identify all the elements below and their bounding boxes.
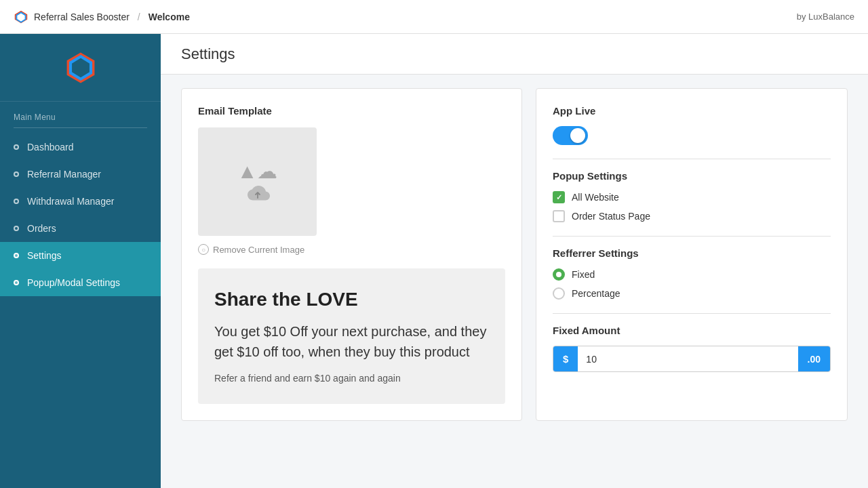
sidebar-item-dot bbox=[14, 253, 19, 258]
app-live-toggle[interactable] bbox=[553, 126, 588, 145]
referrer-percentage-radio[interactable] bbox=[553, 287, 565, 300]
content-body: Email Template ▲☁ ○ Remove Current Image… bbox=[161, 75, 868, 434]
sidebar-divider bbox=[14, 127, 147, 128]
sidebar-item-orders[interactable]: Orders bbox=[0, 215, 161, 242]
fixed-amount-suffix: .00 bbox=[798, 346, 830, 371]
email-preview: Share the LOVE You get $10 Off your next… bbox=[198, 268, 505, 404]
image-upload-area[interactable]: ▲☁ bbox=[198, 127, 317, 236]
sidebar-item-label: Dashboard bbox=[27, 142, 74, 152]
popup-settings-section: Popup Settings All Website Order Status … bbox=[553, 170, 831, 222]
sidebar-item-settings[interactable]: Settings bbox=[0, 242, 161, 269]
sidebar-item-label: Referral Manager bbox=[27, 169, 101, 180]
fixed-amount-input[interactable] bbox=[578, 346, 797, 371]
popup-order-status-row: Order Status Page bbox=[553, 210, 831, 222]
sidebar-item-referral-manager[interactable]: Referral Manager bbox=[0, 161, 161, 188]
referrer-fixed-label: Fixed bbox=[572, 269, 595, 280]
email-template-title: Email Template bbox=[198, 105, 505, 117]
sidebar-menu-label: Main Menu bbox=[0, 102, 161, 127]
sidebar-item-popup-modal-settings[interactable]: Popup/Modal Settings bbox=[0, 269, 161, 296]
sidebar: Main Menu Dashboard Referral Manager Wit… bbox=[0, 34, 161, 488]
popup-settings-title: Popup Settings bbox=[553, 170, 831, 182]
fixed-amount-input-group: $ .00 bbox=[553, 346, 831, 372]
popup-order-status-label: Order Status Page bbox=[572, 211, 650, 222]
brand-name: Referral Sales Booster bbox=[34, 12, 130, 22]
referrer-settings-section: Refferrer Settings Fixed Percentage bbox=[553, 247, 831, 300]
popup-order-status-checkbox[interactable] bbox=[553, 210, 565, 222]
referrer-fixed-row: Fixed bbox=[553, 268, 831, 281]
sidebar-logo-area bbox=[0, 34, 161, 102]
sidebar-item-withdrawal-manager[interactable]: Withdrawal Manager bbox=[0, 188, 161, 215]
popup-all-website-label: All Website bbox=[572, 192, 619, 203]
upload-icon: ▲☁ bbox=[237, 159, 278, 183]
fixed-amount-section: Fixed Amount $ .00 bbox=[553, 325, 831, 372]
email-preview-body: You get $10 Off your next purchase, and … bbox=[214, 321, 489, 362]
fixed-amount-title: Fixed Amount bbox=[553, 325, 831, 336]
left-card: Email Template ▲☁ ○ Remove Current Image… bbox=[181, 88, 522, 421]
referrer-fixed-radio[interactable] bbox=[553, 268, 565, 281]
breadcrumb-page: Welcome bbox=[149, 12, 190, 22]
sidebar-item-dot bbox=[14, 280, 19, 285]
sidebar-item-dot bbox=[14, 199, 19, 204]
sidebar-item-dot bbox=[14, 171, 19, 177]
email-preview-title: Share the LOVE bbox=[214, 289, 489, 310]
email-preview-footer: Refer a friend and earn $10 again and ag… bbox=[214, 373, 489, 384]
sidebar-logo-icon bbox=[64, 51, 98, 85]
referrer-percentage-row: Percentage bbox=[553, 287, 831, 300]
cloud-upload-icon bbox=[244, 183, 271, 205]
popup-all-website-checkbox[interactable] bbox=[553, 191, 565, 203]
main-layout: Main Menu Dashboard Referral Manager Wit… bbox=[0, 34, 868, 488]
brand-logo-icon bbox=[14, 9, 28, 24]
app-live-section: App Live bbox=[553, 105, 831, 145]
divider-1 bbox=[553, 159, 831, 159]
sidebar-item-label: Popup/Modal Settings bbox=[27, 277, 120, 288]
referrer-percentage-label: Percentage bbox=[572, 288, 620, 299]
fixed-amount-prefix: $ bbox=[553, 346, 578, 371]
sidebar-item-label: Withdrawal Manager bbox=[27, 196, 114, 207]
divider-2 bbox=[553, 236, 831, 237]
remove-icon: ○ bbox=[198, 244, 209, 255]
sidebar-item-dot bbox=[14, 144, 19, 150]
referrer-settings-title: Refferrer Settings bbox=[553, 247, 831, 259]
sidebar-item-label: Orders bbox=[27, 223, 56, 234]
content-header-bar: Settings bbox=[161, 34, 868, 75]
topbar: Referral Sales Booster / Welcome by LuxB… bbox=[0, 0, 868, 34]
sidebar-item-label: Settings bbox=[27, 250, 62, 261]
remove-image-label: Remove Current Image bbox=[213, 245, 304, 255]
breadcrumb-separator: / bbox=[138, 12, 140, 22]
right-card: App Live Popup Settings All Website Orde… bbox=[536, 88, 848, 421]
page-title: Settings bbox=[181, 45, 235, 63]
divider-3 bbox=[553, 313, 831, 314]
attribution: by LuxBalance bbox=[797, 12, 854, 22]
topbar-left: Referral Sales Booster / Welcome bbox=[14, 9, 190, 24]
sidebar-item-dashboard[interactable]: Dashboard bbox=[0, 134, 161, 161]
content-area: Settings Email Template ▲☁ ○ Remove Curr… bbox=[161, 34, 868, 488]
app-live-title: App Live bbox=[553, 105, 831, 117]
popup-all-website-row: All Website bbox=[553, 191, 831, 203]
remove-image-button[interactable]: ○ Remove Current Image bbox=[198, 244, 505, 255]
sidebar-item-dot bbox=[14, 226, 19, 231]
